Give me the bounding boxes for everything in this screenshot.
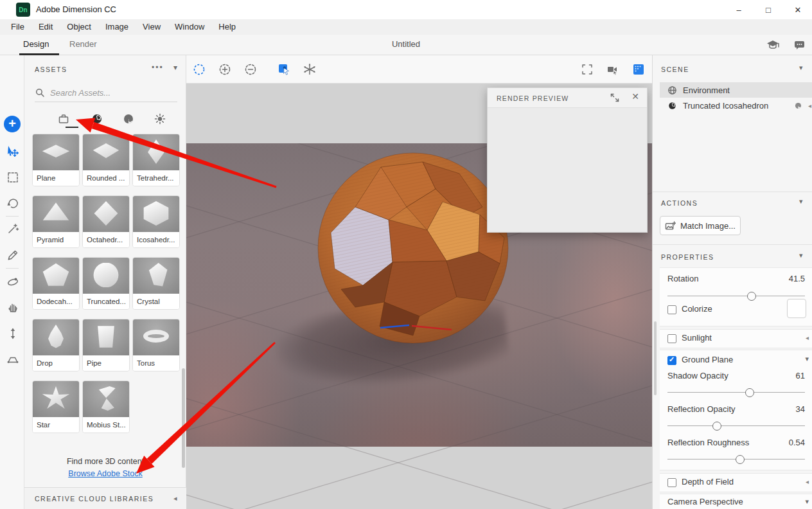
match-image-button[interactable]: Match Image... [660,216,741,235]
orbit-camera-tool-icon[interactable] [5,274,21,289]
scene-item-truncated-icosahedron[interactable]: Truncated Icosahedron ◂ [660,98,812,113]
assets-menu-dots-icon[interactable]: ••• [152,63,164,72]
pan-camera-tool-icon[interactable] [5,299,21,315]
reflection-opacity-value[interactable]: 34 [796,404,805,414]
reflection-opacity-slider-thumb[interactable] [712,422,721,431]
asset-card[interactable]: Icosahedr... [132,195,180,248]
sunlight-checkbox[interactable] [667,334,676,343]
close-icon[interactable]: ✕ [631,91,639,102]
rotate-tool-icon[interactable] [5,195,21,211]
render-preview-toggle-icon[interactable] [631,62,646,77]
right-panel-scrollbar[interactable] [654,321,657,395]
category-models-icon[interactable] [90,112,104,126]
rotation-slider[interactable] [667,291,805,300]
scene-collapse-chevron-icon[interactable]: ▾ [799,64,803,72]
shadow-opacity-slider-thumb[interactable] [745,388,754,397]
camera-perspective-row[interactable]: Camera Perspective ▾ [660,494,812,509]
asset-thumbnail [33,258,79,294]
menu-item[interactable]: View [136,19,168,35]
asset-card[interactable]: Star [32,380,80,433]
maximize-button[interactable]: □ [754,0,782,19]
asset-thumbnail [33,196,79,232]
asset-label: Torus [133,355,179,371]
select-similar-icon[interactable] [276,62,292,77]
rotation-slider-thumb[interactable] [747,292,756,301]
selection-lasso-icon[interactable] [191,62,207,77]
depth-of-field-expand-chevron-icon[interactable]: ◂ [806,478,809,485]
asset-card[interactable]: Crystal [132,257,180,310]
category-lights-icon[interactable] [153,112,167,126]
asset-card[interactable]: Plane [32,134,80,186]
creative-cloud-libraries-bar[interactable]: CREATIVE CLOUD LIBRARIES ◂ [24,487,186,509]
asset-thumbnail [83,258,129,294]
properties-collapse-chevron-icon[interactable]: ▾ [799,251,803,260]
close-button[interactable]: ✕ [784,0,812,19]
expand-icon[interactable] [610,93,620,103]
assets-collapse-chevron-icon[interactable]: ▾ [173,63,177,72]
depth-of-field-checkbox[interactable] [667,478,676,487]
marquee-select-tool-icon[interactable] [5,170,21,185]
menu-item[interactable]: File [4,19,31,35]
menu-item[interactable]: Object [60,19,98,35]
menu-item[interactable]: Image [98,19,136,35]
match-image-label: Match Image... [680,221,736,231]
selection-subtract-icon[interactable] [243,62,258,77]
learn-icon[interactable] [766,39,780,51]
assets-scrollbar[interactable] [182,368,185,468]
asset-card[interactable]: Truncated... [82,257,130,310]
shadow-opacity-slider[interactable] [667,388,805,397]
menu-item[interactable]: Edit [31,19,60,35]
expand-row-chevron-icon[interactable]: ◂ [808,102,811,109]
horizon-tool-icon[interactable] [5,352,21,367]
material-icon[interactable] [794,102,802,110]
scene-item-environment[interactable]: Environment [660,82,812,98]
camera-perspective-chevron-icon[interactable]: ▾ [805,497,809,506]
actions-collapse-chevron-icon[interactable]: ▾ [799,197,803,206]
asset-search-field[interactable]: Search Assets... [35,84,177,102]
feedback-icon[interactable] [792,39,806,51]
browse-adobe-stock-link[interactable]: Browse Adobe Stock [68,469,142,478]
render-preview-header[interactable]: RENDER PREVIEW ✕ [488,88,647,108]
asset-thumbnail [133,258,179,294]
ground-plane-checkbox[interactable] [667,356,676,365]
asset-card[interactable]: Pyramid [32,195,80,248]
minimize-button[interactable]: – [725,0,753,19]
asset-card[interactable]: Octahedr... [82,195,130,248]
viewport-3d-canvas[interactable]: RENDER PREVIEW ✕ [186,84,652,509]
reflection-roughness-slider[interactable] [667,454,805,463]
asset-card[interactable]: Tetrahedr... [132,134,180,186]
asset-card[interactable]: Rounded ... [82,134,130,186]
colorize-checkbox[interactable] [667,305,676,314]
reflection-opacity-slider[interactable] [667,421,805,430]
libraries-collapse-chevron-icon[interactable]: ◂ [173,494,177,503]
transform-axes-icon[interactable] [302,62,317,77]
asset-card[interactable]: Dodecah... [32,257,80,310]
asset-card[interactable]: Mobius St... [82,380,130,433]
category-materials-icon[interactable] [121,112,136,126]
menu-item[interactable]: Window [168,19,211,35]
asset-card[interactable]: Drop [32,319,80,371]
asset-card[interactable]: Pipe [82,319,130,371]
reflection-roughness-slider-thumb[interactable] [736,455,745,464]
menu-item[interactable]: Help [211,19,243,35]
zoom-fit-icon[interactable] [579,62,595,77]
ground-plane-collapse-chevron-icon[interactable]: ▾ [805,355,809,363]
shadow-opacity-value[interactable]: 61 [796,371,805,380]
rotation-value[interactable]: 41.5 [789,274,805,283]
asset-card[interactable]: Torus [132,319,180,371]
eyedropper-tool-icon[interactable] [5,247,21,263]
add-content-button[interactable]: + [4,116,21,132]
render-preview-panel[interactable]: RENDER PREVIEW ✕ [487,87,648,233]
reflection-roughness-value[interactable]: 0.54 [789,438,805,447]
camera-bookmarks-icon[interactable] [605,62,621,77]
select-move-tool-icon[interactable] [5,144,21,159]
magic-wand-tool-icon[interactable] [5,221,21,237]
colorize-color-swatch[interactable] [787,299,806,318]
selection-add-icon[interactable] [217,62,233,77]
category-starter-assets-icon[interactable] [57,112,71,126]
truncated-icosahedron-object[interactable] [317,148,509,348]
dolly-camera-tool-icon[interactable] [5,326,21,341]
sunlight-expand-chevron-icon[interactable]: ◂ [806,334,809,341]
properties-panel-title: PROPERTIES [661,253,714,261]
asset-label: Crystal [133,294,179,309]
